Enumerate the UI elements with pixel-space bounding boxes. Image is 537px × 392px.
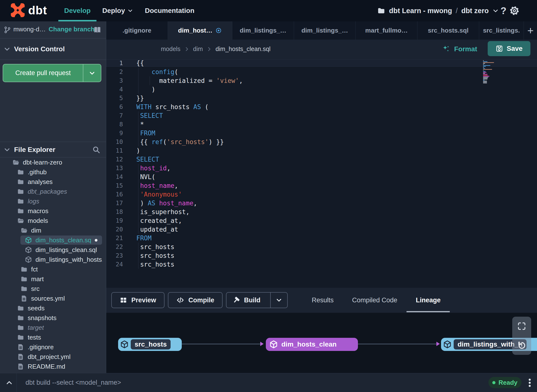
folder-item-models[interactable]: models bbox=[0, 216, 106, 226]
tab-src_listings[interactable]: src_listings. bbox=[479, 21, 524, 40]
search-icon[interactable] bbox=[92, 145, 101, 154]
lineage-node-dim_hosts_clean[interactable]: dim_hosts_clean bbox=[266, 338, 358, 351]
settings-gear-icon[interactable] bbox=[509, 6, 520, 16]
tab-lineage[interactable]: Lineage bbox=[407, 288, 450, 313]
code-editor[interactable]: 1{{2 config(3 materialized = 'view',4 )5… bbox=[106, 58, 537, 288]
tab-compiled-code[interactable]: Compiled Code bbox=[343, 288, 407, 313]
folder-item-.github[interactable]: .github bbox=[0, 167, 106, 177]
code-line-5[interactable]: 5}} bbox=[106, 94, 537, 103]
save-button[interactable]: Save bbox=[488, 41, 530, 56]
lineage-node-src_hosts[interactable]: src_hosts bbox=[118, 338, 182, 351]
nav-item-documentation[interactable]: Documentation bbox=[139, 0, 200, 21]
folder-item-target[interactable]: target bbox=[0, 323, 106, 332]
tab-results[interactable]: Results bbox=[303, 288, 343, 313]
folder-item-tests[interactable]: tests bbox=[0, 332, 106, 342]
build-dropdown-caret[interactable] bbox=[270, 293, 287, 308]
folder-item-analyses[interactable]: analyses bbox=[0, 177, 106, 187]
dbt-logo[interactable]: dbt bbox=[10, 3, 47, 18]
code-line-6[interactable]: 6WITH src_hosts AS ( bbox=[106, 103, 537, 111]
code-line-15[interactable]: 15 host_name, bbox=[106, 181, 537, 190]
folder-item-src[interactable]: src bbox=[0, 284, 106, 294]
code-line-23[interactable]: 23 src_hosts bbox=[106, 251, 537, 260]
indent-guide bbox=[138, 164, 139, 234]
format-button[interactable]: Format bbox=[442, 40, 477, 58]
command-input[interactable]: dbt build --select <model_name> bbox=[26, 373, 121, 392]
file-explorer-header[interactable]: File Explorer bbox=[0, 142, 106, 157]
tab-mart_fullmo[interactable]: mart_fullmo… bbox=[356, 21, 417, 40]
file-item-dbt_project.yml[interactable]: dbt_project.yml bbox=[0, 352, 106, 362]
help-button[interactable]: ? bbox=[498, 0, 509, 21]
code-line-20[interactable]: 20 updated_at bbox=[106, 225, 537, 234]
code-line-14[interactable]: 14 NVL( bbox=[106, 173, 537, 181]
file-item-README.md[interactable]: README.md bbox=[0, 362, 106, 371]
build-main[interactable]: Build bbox=[226, 293, 266, 308]
file-item-sources.yml[interactable]: sources.yml bbox=[0, 294, 106, 303]
minimap[interactable] bbox=[483, 60, 500, 84]
fullscreen-icon[interactable] bbox=[517, 321, 527, 331]
preview-button[interactable]: Preview bbox=[111, 292, 165, 308]
create-pull-request-label[interactable]: Create pull request bbox=[3, 64, 83, 82]
code-line-3[interactable]: 3 materialized = 'view', bbox=[106, 76, 537, 85]
build-button[interactable]: Build bbox=[226, 292, 288, 308]
lineage-edge bbox=[182, 344, 260, 344]
code-line-8[interactable]: 8 * bbox=[106, 120, 537, 129]
docs-book-icon[interactable] bbox=[93, 26, 101, 34]
folder-item-snapshots[interactable]: snapshots bbox=[0, 313, 106, 323]
tab-dim_listings_[interactable]: dim_listings_… bbox=[294, 21, 356, 40]
code-line-2[interactable]: 2 config( bbox=[106, 68, 537, 76]
file-item-dim_listings_with_hosts-[interactable]: dim_listings_with_hosts… bbox=[0, 255, 106, 264]
tab-label: dim_host… bbox=[178, 27, 213, 34]
folder-item-seeds[interactable]: seeds bbox=[0, 303, 106, 313]
code-line-11[interactable]: 11) bbox=[106, 146, 537, 155]
folder-item-dbt_packages[interactable]: dbt_packages bbox=[0, 187, 106, 196]
compile-button[interactable]: Compile bbox=[168, 292, 223, 308]
code-line-7[interactable]: 7 SELECT bbox=[106, 111, 537, 120]
breadcrumb-item[interactable]: dim_hosts_clean.sql bbox=[216, 45, 271, 52]
version-control-header[interactable]: Version Control bbox=[0, 38, 106, 60]
folder-item-macros[interactable]: macros bbox=[0, 206, 106, 216]
refresh-rotate-icon[interactable] bbox=[517, 340, 527, 350]
code-line-1[interactable]: 1{{ bbox=[106, 59, 537, 68]
tab-gitignore[interactable]: .gitignore bbox=[106, 21, 168, 40]
create-pull-request-button[interactable]: Create pull request bbox=[3, 64, 101, 82]
folder-item-dbt-learn-zero[interactable]: dbt-learn-zero bbox=[0, 157, 106, 167]
compile-label: Compile bbox=[188, 296, 214, 304]
file-item-.gitignore[interactable]: .gitignore bbox=[0, 342, 106, 352]
nav-item-develop[interactable]: Develop bbox=[58, 0, 96, 21]
project-selector[interactable]: dbt Learn - mwong / dbt zero bbox=[377, 0, 499, 21]
breadcrumb-item[interactable]: models bbox=[161, 45, 181, 52]
lineage-panel[interactable]: src_hostsdim_hosts_cleandim_listings_wit… bbox=[106, 313, 537, 373]
tab-dim_listings_[interactable]: dim_listings_… bbox=[232, 21, 294, 40]
code-line-24[interactable]: 24 src_hosts bbox=[106, 260, 537, 269]
folder-item-mart[interactable]: mart bbox=[0, 274, 106, 284]
code-line-18[interactable]: 18 is_superhost, bbox=[106, 208, 537, 216]
file-item-dim_listings_clean.sql[interactable]: dim_listings_clean.sql bbox=[0, 245, 106, 255]
folder-icon bbox=[17, 188, 24, 195]
nav-item-deploy[interactable]: Deploy bbox=[96, 0, 139, 21]
file-item-dim_hosts_clean.sql[interactable]: dim_hosts_clean.sql bbox=[0, 235, 106, 245]
model-cube-icon bbox=[269, 340, 278, 349]
code-line-22[interactable]: 22 src_hosts bbox=[106, 243, 537, 251]
code-line-19[interactable]: 19 created_at, bbox=[106, 216, 537, 225]
code-line-12[interactable]: 12SELECT bbox=[106, 155, 537, 164]
line-number: 6 bbox=[106, 103, 129, 111]
kebab-menu-icon[interactable] bbox=[524, 377, 535, 388]
folder-item-dim[interactable]: dim bbox=[0, 226, 106, 235]
breadcrumb-item[interactable]: dim bbox=[193, 45, 203, 52]
tab-src_hosts-sql[interactable]: src_hosts.sql bbox=[417, 21, 479, 40]
pr-dropdown-caret[interactable] bbox=[83, 64, 101, 82]
code-line-21[interactable]: 21FROM bbox=[106, 234, 537, 243]
folder-item-fct[interactable]: fct bbox=[0, 264, 106, 274]
code-line-17[interactable]: 17 ) AS host_name, bbox=[106, 199, 537, 208]
folder-item-logs[interactable]: logs bbox=[0, 196, 106, 206]
chevron-up-icon[interactable] bbox=[5, 379, 13, 387]
new-tab-button[interactable]: + bbox=[524, 21, 537, 40]
change-branch-link[interactable]: Change branch bbox=[49, 26, 95, 33]
tab-dim_host[interactable]: dim_host… bbox=[168, 21, 232, 40]
code-line-4[interactable]: 4 ) bbox=[106, 85, 537, 94]
lineage-controls[interactable] bbox=[512, 317, 531, 355]
code-line-13[interactable]: 13 host_id, bbox=[106, 164, 537, 173]
code-line-9[interactable]: 9 FROM bbox=[106, 129, 537, 138]
code-line-10[interactable]: 10 {{ ref('src_hosts') }} bbox=[106, 138, 537, 146]
code-line-16[interactable]: 16 'Anonymous' bbox=[106, 190, 537, 199]
